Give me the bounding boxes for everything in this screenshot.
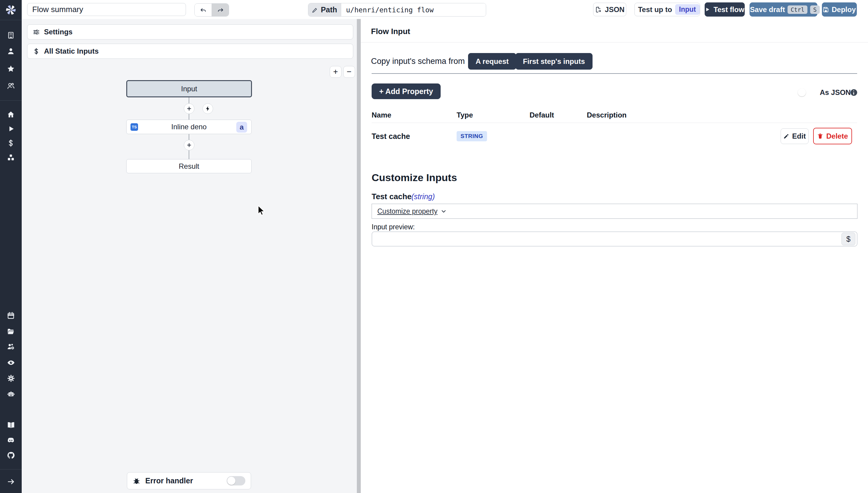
flow-summary-input[interactable] xyxy=(27,3,186,16)
deploy-button[interactable]: Deploy xyxy=(822,2,857,17)
docs-book-icon[interactable] xyxy=(0,421,22,429)
star-icon[interactable] xyxy=(0,65,22,72)
app-window: Path JSON Test up to Input Test flow Sav… xyxy=(0,0,868,493)
error-handler-label: Error handler xyxy=(145,476,193,485)
copy-schema-label: Copy input's schema from xyxy=(371,57,465,66)
input-preview-field[interactable] xyxy=(372,232,858,246)
sidebar xyxy=(0,0,22,493)
bolt-icon xyxy=(205,106,211,111)
error-handler-bar[interactable]: Error handler xyxy=(127,472,251,489)
windmill-logo-icon[interactable] xyxy=(0,4,22,16)
flow-node-result[interactable]: Result xyxy=(126,159,252,173)
settings-gear-icon[interactable] xyxy=(0,374,22,382)
test-up-to-label: Test up to xyxy=(638,5,672,14)
workers-bot-icon[interactable] xyxy=(0,390,22,398)
test-flow-label: Test flow xyxy=(713,5,744,14)
undo-redo-group xyxy=(194,3,229,17)
input-preview-label: Input preview: xyxy=(372,223,415,231)
undo-button[interactable] xyxy=(195,4,212,16)
zoom-out-button[interactable]: − xyxy=(343,66,355,78)
insert-step-button[interactable] xyxy=(184,103,194,114)
delete-label: Delete xyxy=(826,132,848,141)
panel-resize-handle[interactable] xyxy=(357,19,361,493)
edit-property-button[interactable]: Edit xyxy=(781,128,809,144)
runs-play-icon[interactable] xyxy=(0,125,22,133)
flow-node-input[interactable]: Input xyxy=(126,80,252,97)
redo-button[interactable] xyxy=(212,4,229,16)
deploy-label: Deploy xyxy=(831,5,855,14)
toggle-knob xyxy=(798,88,806,97)
json-button[interactable]: JSON xyxy=(593,3,626,16)
plus-icon xyxy=(186,142,192,148)
add-property-button[interactable]: + Add Property xyxy=(372,84,441,99)
trigger-bolt-button[interactable] xyxy=(202,103,213,114)
chevron-down-icon[interactable] xyxy=(440,208,447,215)
plus-icon xyxy=(186,106,192,111)
typescript-badge: TS xyxy=(130,123,138,131)
insert-step-button[interactable] xyxy=(184,140,194,150)
dollar-icon xyxy=(33,48,40,55)
expand-arrow-right-icon[interactable] xyxy=(0,478,22,486)
copy-from-first-step-button[interactable]: First step's inputs xyxy=(515,53,592,70)
test-up-to-target-badge: Input xyxy=(675,4,700,15)
column-header-type: Type xyxy=(457,111,473,119)
pencil-icon xyxy=(783,133,789,139)
save-draft-button[interactable]: Save draft Ctrl S xyxy=(750,2,817,17)
save-draft-label: Save draft xyxy=(750,5,785,14)
sidebar-divider xyxy=(0,100,22,101)
folders-icon[interactable] xyxy=(0,327,22,336)
flow-node-step[interactable]: TS Inline deno a xyxy=(126,120,252,134)
all-static-inputs-label: All Static Inputs xyxy=(44,47,99,56)
test-up-to-button[interactable]: Test up to Input xyxy=(634,3,700,16)
groups-users-cog-icon[interactable] xyxy=(0,343,22,350)
edit-label: Edit xyxy=(792,132,806,141)
edit-path-button[interactable]: Path xyxy=(308,3,341,16)
variables-dollar-icon[interactable] xyxy=(0,139,22,147)
play-icon xyxy=(705,7,710,12)
result-node-label: Result xyxy=(179,162,199,171)
insert-variable-dollar-button[interactable]: $ xyxy=(842,233,855,245)
schedules-calendar-icon[interactable] xyxy=(0,312,22,319)
audit-eye-icon[interactable] xyxy=(0,359,22,367)
as-json-label: As JSON xyxy=(820,88,851,97)
column-header-description: Description xyxy=(587,111,627,119)
dollar-glyph: $ xyxy=(846,235,850,243)
home-icon[interactable] xyxy=(0,111,22,119)
path-input[interactable] xyxy=(341,3,486,16)
sidebar-divider xyxy=(0,20,22,20)
step-id-badge: a xyxy=(236,122,247,133)
add-property-label: + Add Property xyxy=(379,87,433,96)
pencil-icon xyxy=(312,7,318,13)
play-icon xyxy=(635,7,635,12)
input-node-label: Input xyxy=(181,85,197,93)
mouse-cursor xyxy=(258,205,265,216)
column-header-name: Name xyxy=(372,111,391,119)
copy-from-first-step-label: First step's inputs xyxy=(523,57,585,66)
kbd-s: S xyxy=(810,5,820,14)
toggle-knob xyxy=(227,477,235,485)
discord-icon[interactable] xyxy=(0,436,22,445)
copy-from-request-button[interactable]: A request xyxy=(468,53,516,70)
error-handler-toggle[interactable] xyxy=(226,476,245,486)
info-icon[interactable] xyxy=(850,89,857,96)
customize-property-link[interactable]: Customize property xyxy=(377,207,437,215)
workspace-building-icon[interactable] xyxy=(0,31,22,39)
section-divider xyxy=(372,73,857,74)
column-header-default: Default xyxy=(529,111,554,119)
all-static-inputs-bar[interactable]: All Static Inputs xyxy=(27,44,353,59)
plus-glyph: + xyxy=(333,67,338,77)
resources-boxes-icon[interactable] xyxy=(0,154,22,162)
panel-title: Flow Input xyxy=(371,27,410,36)
customize-inputs-heading: Customize Inputs xyxy=(372,172,457,184)
sliders-icon xyxy=(33,29,40,36)
customize-property-box: Customize property xyxy=(372,204,858,219)
users-icon[interactable] xyxy=(0,82,22,90)
test-flow-button[interactable]: Test flow xyxy=(704,2,745,17)
delete-property-button[interactable]: Delete xyxy=(813,128,852,144)
user-icon[interactable] xyxy=(0,47,22,55)
file-export-icon xyxy=(595,6,602,13)
flow-settings-bar[interactable]: Settings xyxy=(27,24,353,40)
github-icon[interactable] xyxy=(0,451,22,459)
customize-field-type: (string) xyxy=(411,192,435,201)
zoom-in-button[interactable]: + xyxy=(330,66,342,78)
